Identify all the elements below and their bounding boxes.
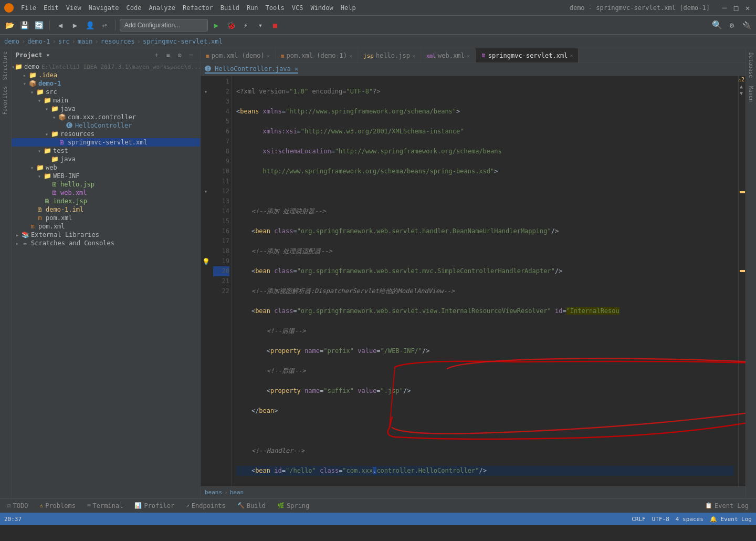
eb-beans[interactable]: beans [205, 489, 222, 496]
menu-view[interactable]: View [63, 3, 85, 13]
status-indent[interactable]: 4 spaces [676, 516, 704, 523]
plugins-button[interactable]: 🔌 [740, 19, 753, 32]
collapse-all-icon[interactable]: ≡ [163, 50, 173, 60]
tree-arrow-external-libs[interactable]: ▸ [14, 232, 21, 238]
tree-arrow-java[interactable]: ▾ [43, 106, 50, 112]
debug-button[interactable]: 🐞 [225, 19, 237, 32]
tree-arrow-idea[interactable]: ▸ [21, 72, 28, 78]
tree-item-webinf[interactable]: ▾ 📁 WEB-INF [12, 172, 200, 180]
tree-arrow-resources[interactable]: ▾ [43, 131, 50, 137]
breadcrumb-item-src[interactable]: src [58, 38, 70, 45]
database-panel-toggle[interactable]: Database [748, 48, 754, 82]
tree-arrow-test[interactable]: ▾ [36, 148, 43, 154]
breadcrumb-item-file[interactable]: springmvc-servlet.xml [143, 38, 223, 45]
tab-build[interactable]: 🔨 Build [232, 500, 271, 512]
tree-arrow-src[interactable]: ▾ [28, 89, 36, 95]
eb-bean[interactable]: bean [230, 489, 244, 496]
menu-help[interactable]: Help [338, 3, 359, 13]
tree-item-springmvc-xml[interactable]: ▸ 🗎 springmvc-servlet.xml [12, 138, 200, 147]
breadcrumb-item-main[interactable]: main [78, 38, 93, 45]
menu-run[interactable]: Run [244, 3, 261, 13]
maximize-button[interactable]: □ [732, 4, 740, 12]
undo-button[interactable]: ↩ [98, 19, 111, 32]
tree-item-web[interactable]: ▾ 📁 web [12, 163, 200, 172]
forward-button[interactable]: ▶ [69, 19, 81, 32]
save-button[interactable]: 💾 [18, 19, 30, 32]
tree-arrow-package[interactable]: ▾ [50, 115, 58, 120]
favorites-panel-toggle[interactable]: Favorites [0, 83, 11, 118]
search-everywhere-button[interactable]: 🔍 [711, 19, 723, 32]
tree-item-external-libs[interactable]: ▸ 📚 External Libraries [12, 231, 200, 239]
tree-item-index-jsp[interactable]: ▸ 🗎 index.jsp [12, 197, 200, 205]
tree-item-src[interactable]: ▾ 📁 src [12, 88, 200, 96]
close-tab-springmvc-xml[interactable]: ✕ [570, 53, 573, 58]
gutter-fold-2[interactable]: ▾ [201, 87, 211, 97]
menu-window[interactable]: Window [307, 3, 336, 13]
tree-item-main[interactable]: ▾ 📁 main [12, 96, 200, 105]
secondary-tab-hello-controller[interactable]: 🅒 HelloController.java ✕ [205, 65, 298, 74]
menu-vcs[interactable]: VCS [289, 3, 307, 13]
close-tab-pom-demo-1[interactable]: ✕ [349, 53, 352, 59]
tree-item-pom-root[interactable]: ▸ m pom.xml [12, 222, 200, 231]
menu-analyze[interactable]: Analyze [145, 3, 178, 13]
tree-item-hello-jsp[interactable]: ▸ 🗎 hello.jsp [12, 180, 200, 189]
tree-item-iml[interactable]: ▸ 🗎 demo-1.iml [12, 205, 200, 214]
settings-button[interactable]: ⚙ [726, 19, 738, 32]
breadcrumb-item-demo-1[interactable]: demo-1 [27, 38, 50, 45]
sync-button[interactable]: 🔄 [33, 19, 45, 32]
tree-item-test[interactable]: ▾ 📁 test [12, 147, 200, 155]
hide-panel-icon[interactable]: ─ [186, 50, 196, 60]
tab-profiler[interactable]: 📊 Profiler [129, 500, 180, 512]
maven-panel-toggle[interactable]: Maven [748, 82, 754, 106]
menu-build[interactable]: Build [217, 3, 243, 13]
menu-file[interactable]: File [18, 3, 39, 13]
tab-springmvc-xml[interactable]: 🗎 springmvc-servlet.xml ✕ [476, 48, 579, 63]
menu-tools[interactable]: Tools [262, 3, 288, 13]
tree-arrow-web[interactable]: ▾ [28, 165, 36, 171]
status-event-log[interactable]: 🔔 Event Log [710, 516, 752, 523]
tab-pom-demo[interactable]: m pom.xml (demo) ✕ [201, 49, 276, 63]
close-tab-hello-jsp[interactable]: ✕ [412, 53, 415, 59]
run-with-coverage-button[interactable]: ⚡ [239, 19, 252, 32]
tree-item-resources[interactable]: ▾ 📁 resources [12, 130, 200, 138]
tree-item-package[interactable]: ▾ 📦 com.xxx.controller [12, 113, 200, 121]
tab-todo[interactable]: ☑ TODO [2, 500, 34, 512]
open-button[interactable]: 📂 [3, 19, 16, 32]
back-button[interactable]: ◀ [54, 19, 67, 32]
tab-terminal[interactable]: ⌨ Terminal [82, 500, 128, 512]
recent-button[interactable]: 👤 [83, 19, 96, 32]
close-tab-web-xml[interactable]: ✕ [467, 53, 470, 59]
new-file-icon[interactable]: + [152, 50, 161, 60]
tree-item-pom-demo-1[interactable]: ▸ m pom.xml [12, 214, 200, 222]
run-configuration-input[interactable] [120, 19, 208, 32]
menu-edit[interactable]: Edit [40, 3, 62, 13]
tab-problems[interactable]: ⚠ Problems [35, 500, 81, 512]
status-line-col[interactable]: CRLF [632, 516, 646, 523]
gear-icon[interactable]: ⚙ [175, 50, 184, 60]
tab-hello-jsp[interactable]: jsp hello.jsp ✕ [358, 49, 421, 63]
tab-spring[interactable]: 🌿 Spring [272, 500, 314, 512]
close-tab-pom-demo[interactable]: ✕ [267, 53, 270, 59]
tree-arrow-scratches[interactable]: ▸ [14, 241, 21, 246]
more-run-button[interactable]: ▾ [254, 19, 267, 32]
tree-item-web-xml[interactable]: ▸ 🗎 web.xml [12, 189, 200, 197]
tab-pom-demo-1[interactable]: m pom.xml (demo-1) ✕ [276, 49, 358, 63]
tree-arrow-demo-1[interactable]: ▾ [21, 81, 28, 87]
close-secondary-tab[interactable]: ✕ [295, 65, 298, 72]
close-button[interactable]: ✕ [743, 4, 752, 12]
tab-endpoints[interactable]: ↗ Endpoints [181, 500, 231, 512]
gutter-fold-12[interactable]: ▾ [201, 186, 211, 196]
tree-arrow-main[interactable]: ▾ [36, 98, 43, 103]
tree-item-hello-controller[interactable]: ▸ 🅒 HelloController [12, 121, 200, 130]
menu-navigate[interactable]: Navigate [86, 3, 122, 13]
tree-item-demo-1[interactable]: ▾ 📦 demo-1 [12, 79, 200, 88]
structure-panel-toggle[interactable]: Structure [0, 48, 11, 83]
breadcrumb-item-demo[interactable]: demo [4, 38, 19, 45]
down-arrow[interactable]: ▼ [740, 90, 743, 96]
menu-code[interactable]: Code [123, 3, 145, 13]
tab-event-log[interactable]: 📋 Event Log [700, 500, 754, 512]
menu-refactor[interactable]: Refactor [180, 3, 216, 13]
status-charset[interactable]: UTF-8 [652, 516, 669, 523]
run-button[interactable]: ▶ [210, 19, 223, 32]
breadcrumb-item-resources[interactable]: resources [101, 38, 135, 45]
